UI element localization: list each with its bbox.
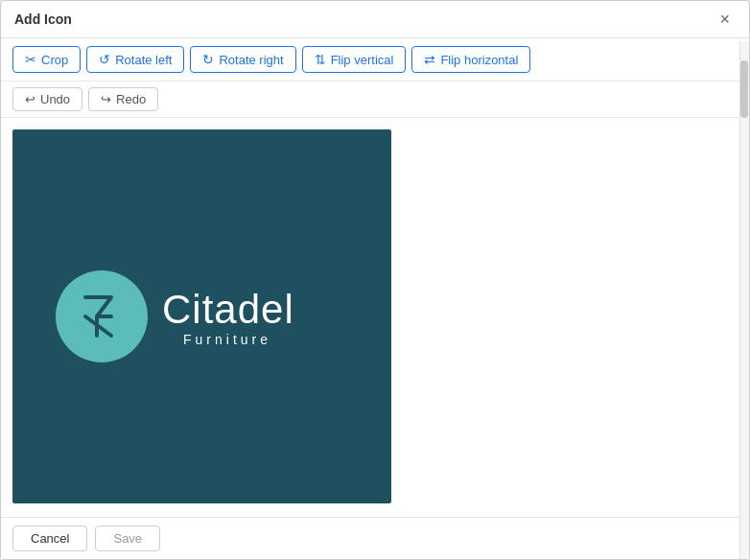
flip-vertical-icon: ⇅: [315, 52, 326, 67]
save-button[interactable]: Save: [95, 525, 160, 551]
redo-button[interactable]: ↪ Redo: [88, 87, 158, 111]
modal-title: Add Icon: [14, 12, 72, 27]
crop-label: Crop: [41, 53, 68, 67]
undo-button[interactable]: ↩ Undo: [12, 87, 82, 111]
svg-text:Citadel: Citadel: [162, 287, 294, 332]
modal-header: Add Icon ×: [1, 1, 749, 38]
undo-label: Undo: [40, 92, 70, 106]
rotate-left-icon: ↺: [99, 52, 110, 67]
flip-horizontal-label: Flip horizontal: [440, 53, 518, 67]
flip-vertical-label: Flip vertical: [331, 53, 394, 67]
undo-redo-bar: ↩ Undo ↪ Redo: [1, 82, 749, 118]
redo-icon: ↪: [101, 92, 111, 106]
undo-icon: ↩: [25, 92, 35, 106]
crop-button[interactable]: ✂ Crop: [12, 46, 81, 73]
rotate-right-icon: ↻: [202, 52, 214, 67]
crop-icon: ✂: [25, 52, 36, 67]
canvas-area: Citadel Furniture: [1, 118, 749, 517]
image-toolbar: ✂ Crop ↺ Rotate left ↻ Rotate right ⇅ Fl…: [1, 38, 749, 82]
flip-horizontal-button[interactable]: ⇄ Flip horizontal: [411, 46, 530, 73]
add-icon-modal: Add Icon × ✂ Crop ↺ Rotate left ↻ Rotate…: [0, 0, 750, 560]
rotate-left-label: Rotate left: [115, 53, 172, 67]
rotate-right-label: Rotate right: [219, 53, 283, 67]
flip-horizontal-icon: ⇄: [424, 52, 435, 67]
rotate-right-button[interactable]: ↻ Rotate right: [190, 46, 295, 73]
scrollbar-track[interactable]: [739, 118, 749, 517]
rotate-left-button[interactable]: ↺ Rotate left: [86, 46, 184, 73]
modal-footer: Cancel Save: [1, 517, 749, 559]
logo-svg: Citadel Furniture: [49, 264, 356, 369]
cancel-button[interactable]: Cancel: [12, 525, 87, 551]
flip-vertical-button[interactable]: ⇅ Flip vertical: [302, 46, 407, 73]
redo-label: Redo: [116, 92, 146, 106]
svg-text:Furniture: Furniture: [183, 332, 271, 347]
image-preview[interactable]: Citadel Furniture: [12, 129, 391, 503]
close-button[interactable]: ×: [714, 9, 736, 30]
